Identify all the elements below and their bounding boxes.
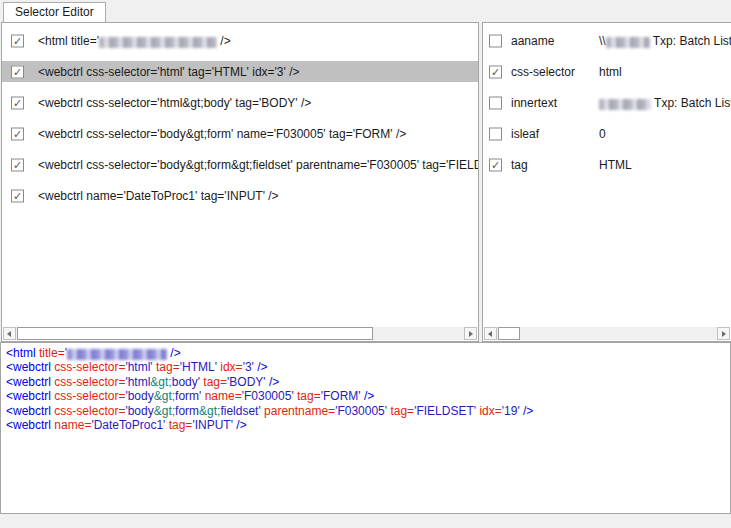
text-part: 0 [599,127,606,141]
code-token: tag= [153,360,180,374]
checkbox[interactable] [11,65,24,78]
scroll-right-button[interactable] [464,327,477,340]
code-token: 'DateToProc1' [91,418,165,432]
code-token: 'body [125,404,153,418]
text-part: html [599,65,622,79]
code-token: name= [51,418,91,432]
attribute-name: aaname [511,34,554,48]
code-token: /> [361,389,375,403]
code-token: /> [254,360,268,374]
attribute-row[interactable]: css-selectorhtml [483,56,731,87]
attribute-name: tag [511,158,528,172]
attribute-value: 0 [599,127,606,141]
redacted-text [606,37,650,48]
code-line: <html title=' /> [6,346,533,360]
attribute-name: innertext [511,96,557,110]
code-token: /> [520,404,534,418]
code-token: 'F030005' [335,404,387,418]
code-token: 'HTML' [180,360,217,374]
code-token: css-selector= [51,404,125,418]
right-horizontal-scrollbar[interactable] [484,327,730,340]
attribute-row[interactable]: innertext Txp: Batch Listl [483,87,731,118]
code-token: 'BODY' [227,375,266,389]
code-token: idx= [217,360,243,374]
selector-node-panel: <html title=' /><webctrl css-selector='h… [1,22,479,342]
scroll-left-button[interactable] [3,327,16,340]
left-horizontal-scrollbar[interactable] [3,327,477,340]
tab-selector-editor[interactable]: Selector Editor [3,2,106,22]
checkbox[interactable] [489,158,502,171]
checkbox[interactable] [11,158,24,171]
selector-node-row[interactable]: <webctrl css-selector='body&gt;form&gt;f… [2,149,478,180]
code-token: <webctrl [6,360,51,374]
attribute-value: HTML [599,158,632,172]
arrow-left-icon [488,331,492,337]
checkbox[interactable] [489,65,502,78]
text-part: <html title=' [38,34,99,48]
code-token: form [175,404,199,418]
code-token: 'F030005' [242,389,294,403]
checkbox[interactable] [489,127,502,140]
code-token: &gt; [154,389,175,403]
tab-label: Selector Editor [15,5,94,19]
code-token: <webctrl [6,389,51,403]
code-token: fieldset' [220,404,260,418]
code-token: tag= [165,418,192,432]
text-part: /> [217,34,231,48]
code-token: <webctrl [6,418,51,432]
checkbox[interactable] [11,96,24,109]
arrow-left-icon [7,331,11,337]
attribute-row[interactable]: isleaf0 [483,118,731,149]
attribute-value: Txp: Batch Listl [599,96,731,110]
code-token: parentname= [261,404,335,418]
code-token: <webctrl [6,404,51,418]
scroll-left-button[interactable] [484,327,497,340]
attribute-row[interactable]: tagHTML [483,149,731,180]
code-token: /> [266,375,280,389]
code-token: tag= [294,389,321,403]
code-token: <webctrl [6,375,51,389]
code-token: '3' [243,360,254,374]
selector-xml-code: <html title=' /><webctrl css-selector='h… [6,346,533,432]
code-token: &gt; [150,375,171,389]
code-token: tag= [200,375,227,389]
code-token: &gt; [154,404,175,418]
code-token: /> [233,418,247,432]
checkbox[interactable] [11,127,24,140]
code-token: form' [175,389,201,403]
code-token: body' [172,375,200,389]
scroll-right-button[interactable] [717,327,730,340]
selector-node-row[interactable]: <webctrl css-selector='html' tag='HTML' … [2,56,478,87]
attribute-value: html [599,65,622,79]
code-token: 'body [125,389,153,403]
attribute-value: \\ Txp: Batch Listl [599,34,731,48]
checkbox[interactable] [489,34,502,47]
code-token: '19' [502,404,520,418]
selector-node-row[interactable]: <webctrl name='DateToProc1' tag='INPUT' … [2,180,478,211]
text-part: \\ [599,34,606,48]
code-token: idx= [476,404,502,418]
code-token: title= [36,346,65,360]
selector-node-text: <webctrl css-selector='body&gt;form' nam… [38,127,406,141]
code-token: tag= [387,404,414,418]
attribute-list: aaname\\ Txp: Batch Listlcss-selectorhtm… [483,25,731,180]
checkbox[interactable] [489,96,502,109]
text-part: <webctrl css-selector='html' tag='HTML' … [38,65,300,79]
selector-node-row[interactable]: <webctrl css-selector='body&gt;form' nam… [2,118,478,149]
attribute-row[interactable]: aaname\\ Txp: Batch Listl [483,25,731,56]
selector-node-text: <webctrl css-selector='html' tag='HTML' … [38,65,300,79]
selector-node-row[interactable]: <webctrl css-selector='html&gt;body' tag… [2,87,478,118]
code-token: css-selector= [51,389,125,403]
code-line: <webctrl css-selector='html' tag='HTML' … [6,360,533,374]
code-token: &gt; [199,404,220,418]
scrollbar-thumb[interactable] [17,327,373,340]
code-token: 'html' [125,360,152,374]
code-token: 'FIELDSET' [414,404,476,418]
selector-node-row[interactable]: <html title=' /> [2,25,478,56]
checkbox[interactable] [11,189,24,202]
text-part: <webctrl css-selector='body&gt;form' nam… [38,127,406,141]
scrollbar-thumb[interactable] [498,327,520,340]
selector-node-list: <html title=' /><webctrl css-selector='h… [2,25,478,211]
code-token: name= [201,389,241,403]
checkbox[interactable] [11,34,24,47]
